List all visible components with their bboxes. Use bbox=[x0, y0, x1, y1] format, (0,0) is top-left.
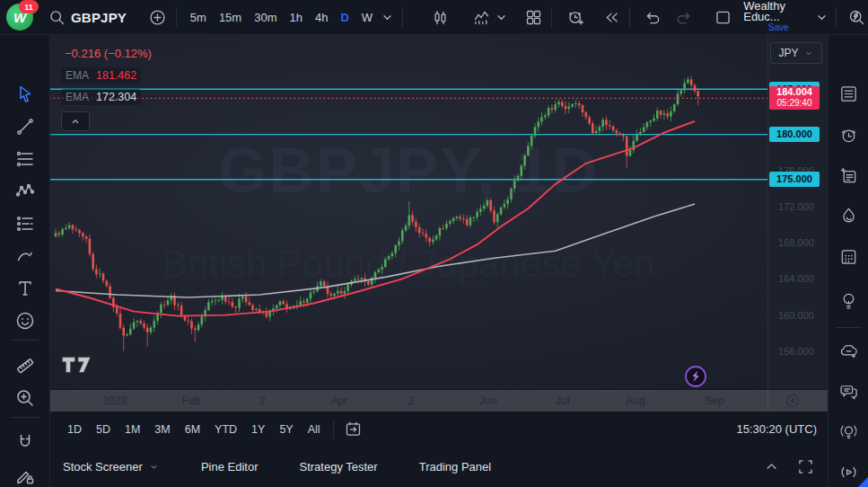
layout-square-icon[interactable] bbox=[711, 4, 734, 31]
drawing-tool-magnet[interactable] bbox=[12, 429, 38, 456]
indicators-icon[interactable] bbox=[470, 4, 494, 31]
drawing-tool-forecast[interactable] bbox=[12, 210, 38, 236]
toolbar-divider bbox=[836, 7, 837, 27]
sidebar-item-streams[interactable] bbox=[836, 419, 862, 445]
time-axis[interactable]: 2023Feb2Apr2JunJulAugSep bbox=[49, 389, 828, 412]
range-button-All[interactable]: All bbox=[302, 420, 327, 439]
time-tick: Sep bbox=[689, 394, 740, 407]
redo-icon[interactable] bbox=[672, 4, 696, 31]
drawing-tool-cursor[interactable] bbox=[12, 81, 38, 107]
zoom-in-icon bbox=[14, 387, 36, 409]
interval-button-5m[interactable]: 5m bbox=[185, 8, 212, 27]
range-button-YTD[interactable]: YTD bbox=[208, 420, 243, 439]
xabcd-pattern-icon bbox=[14, 181, 36, 202]
currency-dropdown[interactable]: JPY bbox=[770, 42, 822, 64]
sidebar-item-watchlist[interactable] bbox=[836, 81, 862, 107]
drawing-tool-drawing-lock[interactable] bbox=[12, 463, 38, 487]
range-button-5D[interactable]: 5D bbox=[90, 420, 117, 439]
indicator-value: 172.304 bbox=[96, 91, 136, 103]
date-range-toolbar: 1D5D1M3M6MYTD1Y5YAll 15:30:20 (UTC) bbox=[49, 412, 828, 447]
panel-expand-chevron-icon[interactable] bbox=[758, 454, 785, 481]
footer-tab-trading-panel[interactable]: Trading Panel bbox=[419, 460, 491, 474]
interval-button-15m[interactable]: 15m bbox=[214, 8, 247, 27]
toolbar-divider bbox=[551, 7, 552, 27]
footer-tab-pine-editor[interactable]: Pine Editor bbox=[201, 460, 259, 474]
drawing-toolbar bbox=[0, 34, 50, 487]
range-button-5Y[interactable]: 5Y bbox=[273, 420, 299, 439]
compare-add-icon[interactable] bbox=[146, 4, 170, 31]
drawing-tool-trend-line[interactable] bbox=[12, 113, 38, 139]
chat-icon bbox=[838, 381, 859, 402]
cursor-icon bbox=[14, 84, 36, 105]
sidebar-item-live[interactable] bbox=[836, 459, 862, 485]
chart-canvas-wrap[interactable] bbox=[49, 34, 767, 389]
drawing-tool-ruler[interactable] bbox=[12, 352, 38, 378]
level-price-label: 175.000 bbox=[769, 172, 820, 187]
sidebar-item-calendar[interactable] bbox=[836, 244, 862, 270]
range-button-1D[interactable]: 1D bbox=[61, 420, 88, 439]
drawing-tool-xabcd-pattern[interactable] bbox=[12, 178, 38, 204]
footer-tab-strategy-tester[interactable]: Strategy Tester bbox=[299, 460, 377, 474]
range-button-1M[interactable]: 1M bbox=[118, 420, 146, 439]
range-button-6M[interactable]: 6M bbox=[179, 420, 206, 439]
interval-button-30m[interactable]: 30m bbox=[249, 8, 282, 27]
layout-grid-icon[interactable] bbox=[522, 4, 546, 31]
range-button-3M[interactable]: 3M bbox=[148, 420, 176, 439]
bar-replay-icon[interactable] bbox=[600, 4, 623, 31]
sidebar-item-chat[interactable] bbox=[836, 378, 862, 404]
interval-button-4h[interactable]: 4h bbox=[310, 8, 333, 27]
interval-button-W[interactable]: W bbox=[356, 8, 378, 27]
drawing-tool-text[interactable] bbox=[12, 275, 38, 301]
alerts-icon bbox=[838, 125, 859, 146]
drawing-tool-fib-retracement[interactable] bbox=[12, 146, 38, 172]
symbol-name: GBPJPY bbox=[71, 10, 127, 25]
quick-search-icon[interactable] bbox=[845, 4, 868, 31]
chart-area[interactable]: GBPJPY, 1D British Pound / Japanese Yen … bbox=[49, 34, 767, 389]
sidebar-item-hotlists[interactable] bbox=[836, 203, 862, 229]
indicators-chevron-icon[interactable] bbox=[494, 4, 510, 31]
ema-fast-line bbox=[56, 121, 695, 316]
sidebar-item-ideas[interactable] bbox=[836, 288, 862, 314]
range-button-1Y[interactable]: 1Y bbox=[245, 420, 271, 439]
text-icon bbox=[14, 278, 36, 299]
search-icon bbox=[46, 4, 67, 31]
ema-legend-row[interactable]: EMA 172.304 bbox=[61, 89, 141, 105]
sidebar-item-alerts[interactable] bbox=[836, 122, 862, 148]
go-to-date-icon[interactable] bbox=[340, 416, 367, 443]
clock-utc[interactable]: 15:30:20 (UTC) bbox=[736, 412, 817, 447]
price-change-label: −0.216 (−0.12%) bbox=[61, 45, 155, 62]
ema-legend-row[interactable]: EMA 181.462 bbox=[61, 67, 141, 84]
notification-count-badge: 11 bbox=[19, 0, 39, 13]
candles-style-icon[interactable] bbox=[429, 4, 452, 31]
symbol-search-button[interactable]: GBPJPY bbox=[46, 4, 127, 31]
legend-collapse-button[interactable] bbox=[61, 111, 90, 131]
toolbar-divider bbox=[402, 7, 403, 27]
alert-add-icon[interactable] bbox=[564, 4, 587, 31]
footer-tab-stock-screener[interactable]: Stock Screener bbox=[63, 460, 160, 474]
level-price-label: 180.000 bbox=[769, 127, 820, 142]
flash-boost-button[interactable] bbox=[686, 367, 706, 386]
interval-chevron-icon[interactable] bbox=[378, 4, 396, 31]
save-button[interactable]: Save bbox=[768, 22, 789, 33]
layout-chevron-icon[interactable] bbox=[813, 4, 829, 31]
streams-icon bbox=[838, 421, 859, 442]
interval-button-D[interactable]: D bbox=[335, 8, 354, 27]
chevron-down-icon bbox=[803, 48, 814, 58]
drawing-tool-zoom-in[interactable] bbox=[12, 385, 38, 411]
drawing-tool-emoji[interactable] bbox=[12, 307, 38, 333]
time-tick: 2 bbox=[237, 394, 287, 407]
layout-name-button[interactable]: Wealthy Educ... Save bbox=[743, 1, 813, 33]
sidebar-item-notes[interactable] bbox=[836, 163, 862, 189]
axis-settings-gear-icon[interactable] bbox=[784, 392, 803, 412]
interval-button-1h[interactable]: 1h bbox=[284, 8, 307, 27]
undo-icon[interactable] bbox=[642, 4, 665, 31]
fullscreen-icon[interactable] bbox=[792, 454, 819, 481]
sidebar-item-minds[interactable] bbox=[836, 338, 862, 364]
user-menu-avatar[interactable]: W 11 bbox=[6, 4, 33, 31]
drawing-tool-brush[interactable] bbox=[12, 243, 38, 269]
tradingview-app: W 11 GBPJPY 5m15m30m1h4hDW Wealthy Educ.… bbox=[0, 0, 868, 487]
chart-canvas[interactable] bbox=[49, 34, 767, 389]
price-axis[interactable]: JPY 176.000172.000168.000164.000160.0001… bbox=[767, 34, 829, 389]
chart-legend: −0.216 (−0.12%) EMA 181.462 EMA 172.304 bbox=[61, 45, 155, 131]
right-sidebar bbox=[828, 34, 868, 487]
